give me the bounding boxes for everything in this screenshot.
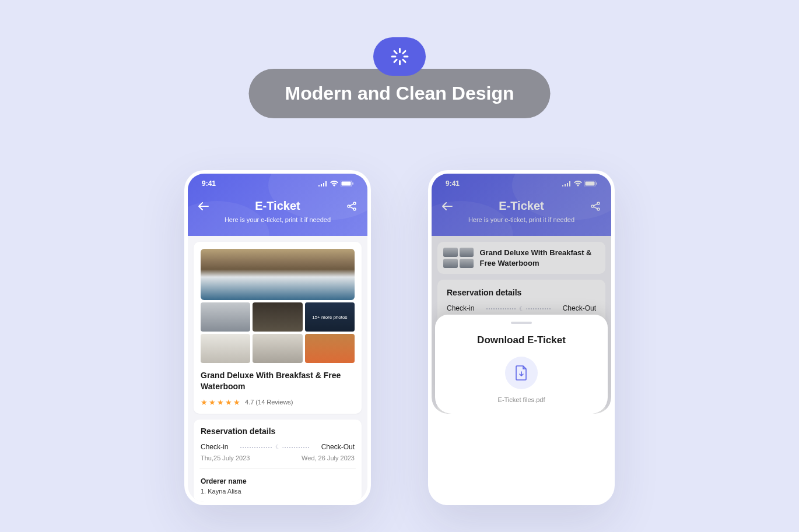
svg-point-11: [597, 208, 600, 210]
orderer-value: 1. Kayna Alisa: [201, 488, 355, 495]
svg-point-10: [597, 202, 600, 205]
star-icon: ★: [217, 398, 224, 407]
hero-image[interactable]: [201, 249, 355, 300]
page-subtitle: Here is your e-ticket, print it if neede…: [441, 216, 602, 223]
phone-mockup-1: 9:41 E-Ticket Here is yo: [184, 170, 371, 505]
star-icon: ★: [233, 398, 240, 407]
thumbnail[interactable]: [460, 259, 474, 268]
thumbnail[interactable]: [443, 259, 458, 268]
share-button[interactable]: [589, 200, 602, 213]
signal-icon: [318, 181, 328, 186]
svg-rect-2: [352, 182, 353, 185]
wifi-icon: [330, 181, 338, 186]
thumbnail-5[interactable]: [253, 334, 302, 363]
status-icons: [562, 181, 597, 186]
orderer-label: Orderer name: [201, 477, 355, 485]
download-sheet: Download E-Ticket E-Ticket files.pdf: [435, 315, 608, 414]
svg-point-5: [353, 208, 356, 210]
battery-icon: [341, 181, 353, 186]
thumbnail[interactable]: [460, 248, 474, 257]
share-button[interactable]: [345, 200, 358, 213]
check-in-label: Check-in: [201, 443, 228, 451]
back-button[interactable]: [197, 200, 210, 213]
thumbnail-1[interactable]: [201, 302, 250, 332]
signal-icon: [562, 181, 572, 186]
check-in-date: Thu,25 July 2023: [201, 455, 250, 461]
room-thumbnails: [443, 248, 474, 268]
thumbnail-2[interactable]: [253, 302, 302, 332]
status-time: 9:41: [446, 179, 460, 188]
rating-text: 4.7 (14 Reviews): [245, 399, 293, 406]
reservation-title: Reservation details: [201, 427, 355, 436]
svg-point-4: [353, 202, 356, 205]
status-icons: [318, 181, 353, 186]
sheet-handle[interactable]: [511, 322, 532, 324]
check-in-label: Check-in: [447, 304, 474, 312]
page-title: E-Ticket: [210, 199, 345, 213]
room-summary-card: Grand Deluxe With Breakfast & Free Water…: [437, 242, 605, 274]
spinner-icon: [391, 48, 408, 65]
phone-mockup-2: 9:41 E-Ticket Here is yo: [428, 170, 615, 505]
moon-icon: ☾: [517, 305, 527, 312]
page-title: E-Ticket: [454, 199, 589, 213]
check-out-label: Check-Out: [563, 304, 596, 312]
page-subtitle: Here is your e-ticket, print it if neede…: [197, 216, 358, 223]
download-button[interactable]: [505, 357, 538, 389]
svg-point-9: [591, 205, 594, 207]
status-time: 9:41: [202, 179, 216, 188]
arrow-left-icon: [442, 202, 453, 210]
battery-icon: [584, 181, 597, 186]
header-title: Modern and Clean Design: [249, 69, 551, 118]
reservation-title: Reservation details: [447, 288, 596, 297]
check-out-date: Wed, 26 July 2023: [302, 455, 355, 461]
more-photos-overlay[interactable]: 15+ more photos: [305, 302, 355, 332]
check-out-label: Check-Out: [321, 443, 355, 451]
rating-row: ★ ★ ★ ★ ★ 4.7 (14 Reviews): [201, 398, 355, 407]
download-filename: E-Ticket files.pdf: [447, 396, 596, 403]
star-icon: ★: [201, 398, 208, 407]
reservation-card: Reservation details Check-in ☾ Check-Out…: [194, 420, 362, 502]
room-card: 15+ more photos Grand Deluxe With Breakf…: [194, 242, 362, 414]
room-title: Grand Deluxe With Breakfast & Free Water…: [201, 370, 355, 392]
phone1-header: 9:41 E-Ticket Here is yo: [188, 174, 367, 236]
phone2-header: 9:41 E-Ticket Here is yo: [432, 174, 611, 236]
sheet-title: Download E-Ticket: [447, 334, 596, 346]
svg-rect-8: [596, 182, 597, 185]
thumbnail-4[interactable]: [201, 334, 250, 363]
back-button[interactable]: [441, 200, 454, 213]
wifi-icon: [574, 181, 582, 186]
arrow-left-icon: [198, 202, 209, 210]
file-download-icon: [515, 365, 528, 380]
moon-icon: ☾: [273, 443, 283, 450]
star-icon: ★: [209, 398, 216, 407]
svg-rect-7: [586, 182, 595, 186]
thumbnail-6[interactable]: [305, 334, 355, 363]
thumbnail-3[interactable]: 15+ more photos: [305, 302, 355, 332]
svg-point-3: [348, 205, 350, 207]
svg-rect-1: [342, 182, 351, 186]
thumbnail[interactable]: [443, 248, 458, 257]
divider: [199, 468, 356, 469]
share-icon: [591, 202, 600, 211]
star-icon: ★: [225, 398, 232, 407]
share-icon: [347, 202, 356, 211]
header-spinner-badge: [373, 37, 426, 76]
room-title: Grand Deluxe With Breakfast & Free Water…: [479, 248, 600, 268]
